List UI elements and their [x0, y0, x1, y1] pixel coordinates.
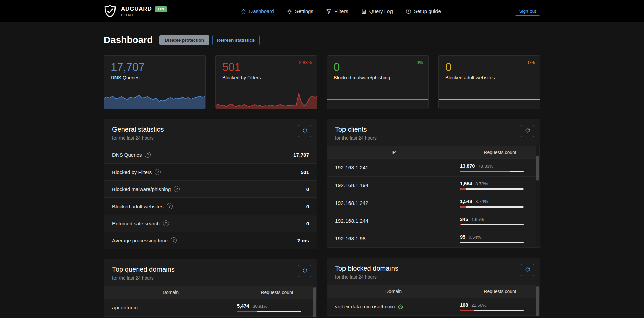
refresh-card-button[interactable] [298, 125, 311, 137]
gear-icon [287, 8, 292, 14]
stat-row-label: Blocked adult websites [112, 203, 164, 209]
tab-filters[interactable]: Filters [326, 0, 348, 22]
table-row: 192.168.1.241 13,870 78.33% [327, 159, 540, 177]
request-percent: 21.56% [471, 303, 486, 308]
brand-subtitle: HOME [121, 13, 167, 17]
request-count: 1,548 [460, 199, 472, 204]
stat-row-label: Blocked by Filters [112, 169, 152, 175]
help-icon[interactable]: ? [171, 237, 177, 243]
help-icon[interactable]: ? [167, 203, 173, 209]
general-statistics-card: General statistics for the last 24 hours… [104, 119, 317, 249]
stat-row-label: Average processing time [112, 238, 168, 243]
stat-percent: 0% [528, 60, 535, 65]
nav-label: Dashboard [249, 8, 274, 14]
help-icon[interactable]: ? [163, 220, 169, 226]
requests-bar-fill [460, 242, 460, 243]
tab-query-log[interactable]: Query Log [361, 0, 393, 22]
help-circle-icon: ? [406, 8, 411, 14]
requests-bar [460, 242, 524, 243]
request-percent: 0.54% [469, 235, 481, 240]
refresh-card-button[interactable] [521, 264, 534, 276]
adguard-shield-logo-icon [104, 5, 117, 18]
table-header: Domain Requests count [104, 286, 317, 299]
refresh-statistics-button[interactable]: Refresh statistics [212, 35, 260, 45]
request-percent: 78.33% [478, 164, 493, 169]
card-subtitle: for the last 24 hours [335, 274, 532, 280]
request-percent: 1.95% [471, 217, 484, 222]
client-ip-cell[interactable]: 192.168.1.194 [335, 182, 460, 188]
refresh-icon [525, 128, 530, 134]
request-count: 5,474 [237, 303, 249, 309]
refresh-icon [302, 268, 307, 274]
stat-card-blocked-by-filters: 2.83% 501 Blocked by Filters [215, 55, 317, 109]
card-subtitle: for the last 24 hours [335, 135, 532, 141]
help-icon[interactable]: ? [155, 169, 161, 175]
client-ip-cell[interactable]: 192.168.1.98 [335, 236, 460, 242]
blocked-by-filters-link[interactable]: Blocked by Filters [222, 75, 261, 80]
domain-cell[interactable]: api.entur.io [112, 305, 237, 311]
requests-bar [460, 171, 524, 172]
stat-row: Blocked adult websites? 0 [104, 197, 317, 215]
stat-row-value: 0 [306, 186, 309, 192]
scrollbar[interactable] [536, 146, 539, 246]
stat-row: Blocked malware/phishing? 0 [104, 180, 317, 197]
scrollbar-thumb[interactable] [536, 286, 539, 316]
scrollbar-thumb[interactable] [536, 156, 539, 181]
requests-bar-fill [460, 171, 510, 172]
tab-settings[interactable]: Settings [287, 0, 313, 22]
domain-cell[interactable]: vortex.data.microsoft.com [335, 304, 395, 310]
client-ip-cell[interactable]: 192.168.1.241 [335, 165, 460, 171]
refresh-card-button[interactable] [521, 125, 534, 137]
stat-row-label: Enforced safe search [112, 221, 160, 226]
column-header-requests: Requests count [460, 289, 540, 294]
help-icon[interactable]: ? [145, 152, 151, 158]
requests-bar-fill [237, 311, 257, 312]
card-subtitle: for the last 24 hours [112, 135, 309, 141]
tab-setup-guide[interactable]: ? Setup guide [406, 0, 441, 22]
stat-row-label: Blocked malware/phishing [112, 186, 171, 192]
table-row: 192.168.1.244 345 1.95% [327, 212, 540, 230]
scrollbar[interactable] [536, 285, 539, 314]
card-title: General statistics [112, 126, 309, 133]
top-queried-domains-card: Top queried domains for the last 24 hour… [104, 259, 317, 317]
stat-percent: 2.83% [299, 60, 312, 65]
request-count: 95 [460, 234, 465, 240]
general-statistics-table: DNS Queries? 17,707 Blocked by Filters? … [104, 146, 317, 249]
refresh-icon [302, 128, 307, 134]
request-count: 108 [460, 302, 468, 308]
svg-text:?: ? [408, 10, 409, 13]
scrollbar[interactable] [313, 286, 316, 315]
stat-value: 501 [222, 61, 310, 73]
adult-sparkline-flat-line [439, 99, 540, 100]
requests-bar [237, 311, 301, 312]
slash-circle-icon[interactable] [398, 304, 403, 310]
scrollbar-thumb[interactable] [313, 287, 316, 317]
table-row: 192.168.1.98 95 0.54% [327, 230, 540, 248]
tab-dashboard[interactable]: Dashboard [241, 0, 274, 22]
stat-value: 17,707 [111, 61, 199, 73]
page-title: Dashboard [104, 35, 153, 45]
nav-label: Settings [295, 8, 313, 14]
table-row: api.entur.io 5,474 30.91% [104, 299, 317, 317]
column-header-requests: Requests count [460, 150, 540, 155]
sign-out-button[interactable]: Sign out [515, 7, 540, 16]
help-icon[interactable]: ? [174, 186, 180, 192]
top-blocked-domains-card: Top blocked domains for the last 24 hour… [327, 258, 540, 316]
table-row: 192.168.1.194 1,554 8.78% [327, 177, 540, 194]
disable-protection-button[interactable]: Disable protection [159, 35, 209, 45]
column-header-requests: Requests count [237, 290, 317, 295]
client-ip-cell[interactable]: 192.168.1.244 [335, 218, 460, 224]
home-icon [241, 8, 246, 14]
refresh-card-button[interactable] [298, 265, 311, 277]
requests-bar-fill [460, 206, 466, 208]
stat-card-dns-queries: 17,707 DNS Queries [104, 55, 206, 109]
table-row: 192.168.1.242 1,548 8.74% [327, 194, 540, 212]
requests-bar [460, 224, 524, 225]
requests-bar [460, 206, 524, 208]
column-header-domain: Domain [327, 289, 460, 294]
request-percent: 30.91% [252, 304, 267, 309]
client-ip-cell[interactable]: 192.168.1.242 [335, 200, 460, 206]
top-clients-card: Top clients for the last 24 hours IP Req… [327, 119, 540, 248]
stat-percent: 0% [416, 60, 423, 65]
request-percent: 8.78% [475, 181, 488, 186]
